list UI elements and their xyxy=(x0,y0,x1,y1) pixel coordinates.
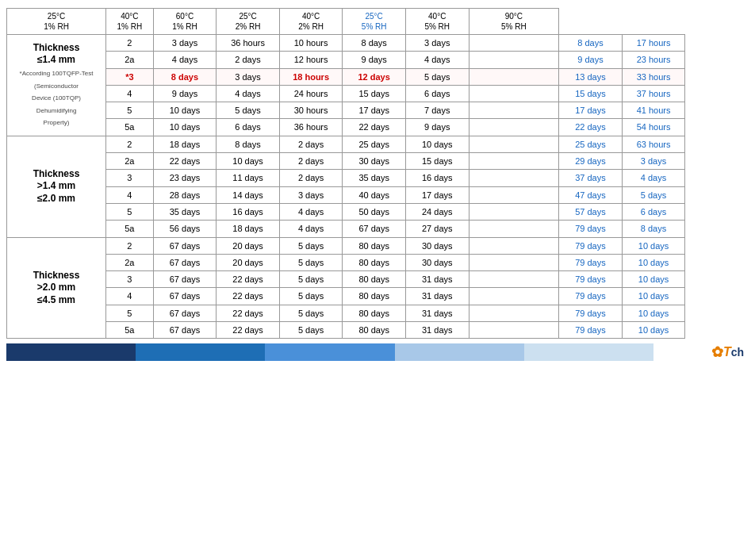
c40-1pct-cell: 4 days xyxy=(217,85,280,102)
level-cell: 5 xyxy=(106,305,154,321)
c40-2pct-cell: 6 days xyxy=(405,85,469,102)
c25-1pct-cell: 67 days xyxy=(153,322,217,339)
col-40c-5pct: 40°C5% RH xyxy=(405,9,469,35)
c25-1pct-cell: 10 days xyxy=(153,102,217,119)
c25-2pct-cell: 17 days xyxy=(343,102,406,119)
level-cell: 2a xyxy=(106,52,154,68)
c90-5pct-cell: 63 hours xyxy=(622,136,685,152)
c40-2pct-cell: 31 days xyxy=(405,322,469,339)
level-cell: 5a xyxy=(106,119,154,136)
c60-1pct-cell: 5 days xyxy=(279,322,343,339)
c40-5pct-cell: 47 days xyxy=(559,186,623,203)
c25-1pct-cell: 4 days xyxy=(153,52,217,68)
c25-2pct-cell: 15 days xyxy=(343,85,406,102)
table-row: 2a4 days2 days12 hours9 days4 days9 days… xyxy=(7,52,749,68)
table-row: Thickness≤1.4 mm*According 100TQFP-Test … xyxy=(7,35,749,52)
c40-2pct-cell: 7 days xyxy=(405,102,469,119)
c25-2pct-cell: 22 days xyxy=(343,119,406,136)
body-thickness-cell: Thickness>1.4 mm≤2.0 mm xyxy=(7,136,106,237)
table-row: 5a10 days6 days36 hours22 days9 days22 d… xyxy=(7,119,749,136)
level-cell: 2 xyxy=(106,237,154,254)
c40-5pct-cell: 15 days xyxy=(559,85,623,102)
c60-1pct-cell: 5 days xyxy=(279,288,343,305)
table-row: *38 days3 days18 hours12 days5 days13 da… xyxy=(7,68,749,85)
c25-5pct-cell xyxy=(469,68,559,85)
c40-5pct-cell: 79 days xyxy=(559,271,623,288)
c40-2pct-cell: 30 days xyxy=(405,237,469,254)
body-thickness-cell: Thickness≤1.4 mm*According 100TQFP-Test … xyxy=(7,35,106,136)
c60-1pct-cell: 30 hours xyxy=(279,102,343,119)
c60-1pct-cell: 4 days xyxy=(279,221,343,237)
col-60c-1pct: 60°C1% RH xyxy=(153,9,217,35)
col-40c-1pct: 40°C1% RH xyxy=(106,9,154,35)
c90-5pct-cell: 37 hours xyxy=(622,85,685,102)
body-thickness-cell: Thickness>2.0 mm≤4.5 mm xyxy=(7,237,106,339)
c25-1pct-cell: 23 days xyxy=(153,170,217,186)
c25-1pct-cell: 3 days xyxy=(153,35,217,52)
c60-1pct-cell: 24 hours xyxy=(279,85,343,102)
table-row: 323 days11 days2 days35 days16 days37 da… xyxy=(7,170,749,186)
c90-5pct-cell: 10 days xyxy=(622,288,685,305)
c90-5pct-cell: 8 days xyxy=(622,221,685,237)
c40-2pct-cell: 31 days xyxy=(405,305,469,321)
c25-2pct-cell: 80 days xyxy=(343,288,406,305)
c40-1pct-cell: 6 days xyxy=(217,119,280,136)
table-row: 2a22 days10 days2 days30 days15 days29 d… xyxy=(7,153,749,170)
c90-5pct-cell: 10 days xyxy=(622,254,685,270)
c25-5pct-cell xyxy=(469,254,559,270)
c40-2pct-cell: 4 days xyxy=(405,52,469,68)
c25-5pct-cell xyxy=(469,305,559,321)
c40-5pct-cell: 79 days xyxy=(559,322,623,339)
c25-5pct-cell xyxy=(469,221,559,237)
level-cell: 5a xyxy=(106,322,154,339)
c60-1pct-cell: 36 hours xyxy=(279,119,343,136)
c90-5pct-cell: 41 hours xyxy=(622,102,685,119)
level-cell: 5 xyxy=(106,203,154,220)
c25-1pct-cell: 22 days xyxy=(153,153,217,170)
c25-5pct-cell xyxy=(469,85,559,102)
c40-1pct-cell: 14 days xyxy=(217,186,280,203)
c60-1pct-cell: 18 hours xyxy=(279,68,343,85)
c25-2pct-cell: 80 days xyxy=(343,322,406,339)
c90-5pct-cell: 10 days xyxy=(622,237,685,254)
main-table: BodyThickness Level Drying at 1% RH Dryi… xyxy=(6,8,749,339)
c40-2pct-cell: 27 days xyxy=(405,221,469,237)
c40-5pct-cell: 17 days xyxy=(559,102,623,119)
c25-2pct-cell: 80 days xyxy=(343,237,406,254)
c40-1pct-cell: 22 days xyxy=(217,271,280,288)
table-row: Thickness>2.0 mm≤4.5 mm267 days20 days5 … xyxy=(7,237,749,254)
footer-bar: ✿ T ch xyxy=(6,343,749,361)
level-cell: 5 xyxy=(106,102,154,119)
level-cell: *3 xyxy=(106,68,154,85)
c25-1pct-cell: 67 days xyxy=(153,254,217,270)
level-cell: 3 xyxy=(106,271,154,288)
c60-1pct-cell: 5 days xyxy=(279,271,343,288)
logo-ch: ch xyxy=(731,346,744,359)
c25-2pct-cell: 40 days xyxy=(343,186,406,203)
c40-5pct-cell: 25 days xyxy=(559,136,623,152)
header-row-2: 25°C1% RH 40°C1% RH 60°C1% RH 25°C2% RH … xyxy=(7,9,749,35)
level-cell: 3 xyxy=(106,170,154,186)
table-row: 467 days22 days5 days80 days31 days79 da… xyxy=(7,288,749,305)
c25-1pct-cell: 8 days xyxy=(153,68,217,85)
level-cell: 2 xyxy=(106,35,154,52)
c25-1pct-cell: 10 days xyxy=(153,119,217,136)
c40-2pct-cell: 30 days xyxy=(405,254,469,270)
table-row: 5a67 days22 days5 days80 days31 days79 d… xyxy=(7,322,749,339)
level-cell: 4 xyxy=(106,186,154,203)
c25-1pct-cell: 67 days xyxy=(153,288,217,305)
c25-5pct-cell xyxy=(469,271,559,288)
c25-5pct-cell xyxy=(469,203,559,220)
c60-1pct-cell: 5 days xyxy=(279,254,343,270)
table-row: Thickness>1.4 mm≤2.0 mm218 days8 days2 d… xyxy=(7,136,749,152)
c90-5pct-cell: 10 days xyxy=(622,271,685,288)
c25-2pct-cell: 67 days xyxy=(343,221,406,237)
level-cell: 4 xyxy=(106,288,154,305)
table-row: 49 days4 days24 hours15 days6 days15 day… xyxy=(7,85,749,102)
table-body: Thickness≤1.4 mm*According 100TQFP-Test … xyxy=(7,35,749,339)
c40-5pct-cell: 79 days xyxy=(559,288,623,305)
c90-5pct-cell: 10 days xyxy=(622,305,685,321)
c40-5pct-cell: 79 days xyxy=(559,221,623,237)
c40-1pct-cell: 3 days xyxy=(217,68,280,85)
c40-2pct-cell: 31 days xyxy=(405,288,469,305)
